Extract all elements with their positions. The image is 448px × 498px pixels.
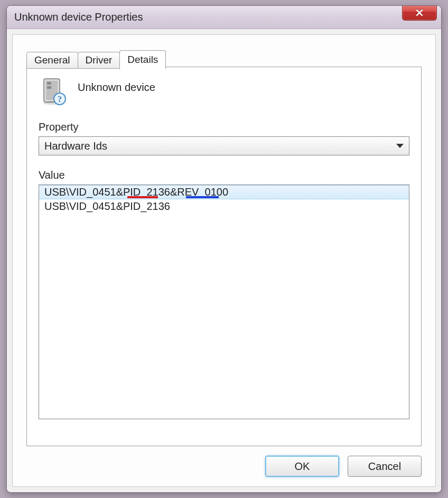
annotation-underline-red xyxy=(127,196,158,198)
list-item-text: USB\VID_0451&PID_2136 xyxy=(44,200,170,212)
titlebar[interactable]: Unknown device Properties xyxy=(7,6,441,29)
list-item[interactable]: USB\VID_0451&PID_2136 xyxy=(39,199,409,214)
value-listbox[interactable]: USB\VID_0451&PID_2136&REV_0100 USB\VID_0… xyxy=(39,185,409,419)
value-label: Value xyxy=(39,169,409,181)
tabstrip: General Driver Details xyxy=(26,50,165,69)
tab-general[interactable]: General xyxy=(26,52,78,69)
svg-rect-3 xyxy=(47,86,51,89)
device-name-label: Unknown device xyxy=(78,81,155,94)
cancel-button[interactable]: Cancel xyxy=(348,456,422,477)
tab-driver[interactable]: Driver xyxy=(78,52,120,69)
list-item[interactable]: USB\VID_0451&PID_2136&REV_0100 xyxy=(39,185,409,199)
svg-rect-2 xyxy=(47,82,51,85)
tab-details[interactable]: Details xyxy=(119,50,166,69)
property-dropdown[interactable]: Hardware Ids xyxy=(39,136,409,155)
client-area: General Driver Details ? Unknow xyxy=(12,34,436,487)
ok-button[interactable]: OK xyxy=(265,456,339,477)
property-selected-value: Hardware Ids xyxy=(44,140,107,152)
property-label: Property xyxy=(39,121,409,133)
annotation-underline-blue xyxy=(186,196,219,198)
window-title: Unknown device Properties xyxy=(14,11,143,23)
close-button[interactable] xyxy=(402,5,437,21)
tabpanel-details: ? Unknown device Property Hardware Ids V… xyxy=(26,67,422,446)
dialog-buttons: OK Cancel xyxy=(265,456,422,477)
properties-dialog: Unknown device Properties General Driver… xyxy=(6,5,442,493)
svg-text:?: ? xyxy=(58,95,62,104)
close-icon xyxy=(415,8,424,17)
device-header: ? Unknown device xyxy=(39,77,409,106)
device-icon: ? xyxy=(39,77,68,106)
chevron-down-icon xyxy=(396,144,404,148)
